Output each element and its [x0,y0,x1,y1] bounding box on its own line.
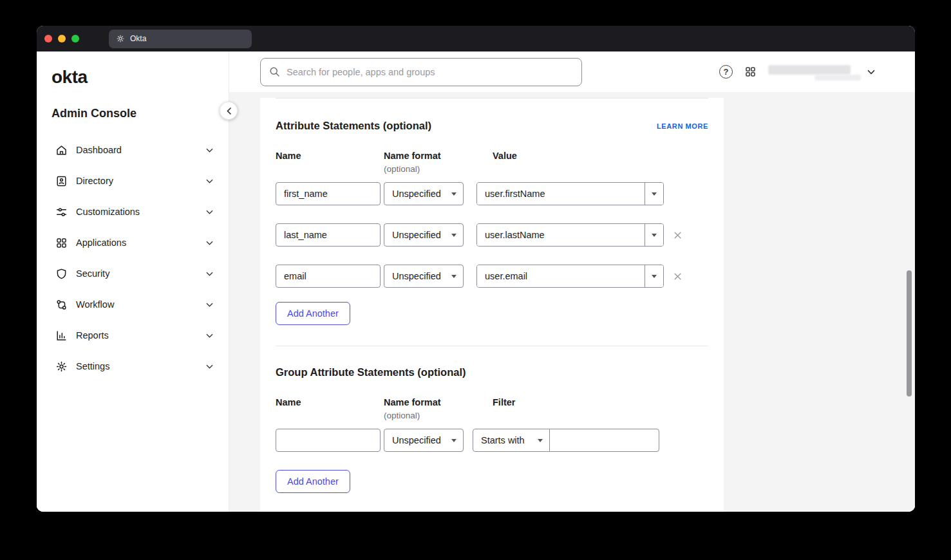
name-format-select[interactable]: Unspecified [384,429,464,452]
chevron-down-icon [206,272,213,276]
group-attribute-row: Unspecified Starts with [276,429,708,452]
sidebar-item-directory[interactable]: Directory [37,165,229,196]
filter-type-value: Starts with [481,435,525,445]
home-icon [55,144,68,156]
sidebar-item-label: Workflow [76,299,114,310]
group-columns-header: Name Name format (optional) Filter [276,397,708,420]
browser-tab-okta[interactable]: Okta [109,30,252,48]
dropdown-arrow-icon [451,439,457,442]
chevron-down-icon [206,241,213,245]
topbar: ? [229,51,915,92]
traffic-lights [37,35,79,42]
sidebar-item-security[interactable]: Security [37,258,229,289]
sidebar-item-label: Directory [76,176,113,186]
chevron-down-icon [206,210,213,214]
section-divider [276,346,708,346]
column-name-format: Name format (optional) [384,151,476,174]
column-name-format-note: (optional) [384,411,476,420]
sidebar-nav: Dashboard Directory [37,135,229,382]
gear-icon [55,360,68,373]
column-filter: Filter [476,397,515,420]
user-account-menu[interactable] [768,64,875,80]
maximize-window-button[interactable] [71,35,79,42]
chevron-down-icon [867,70,875,75]
admin-console-title: Admin Console [37,88,229,120]
browser-window: Okta okta Admin Console Dashboard [37,26,915,512]
remove-row-icon[interactable] [673,231,682,239]
column-name-format-note: (optional) [384,164,476,174]
tab-title: Okta [130,34,146,43]
group-name-input[interactable] [276,429,381,452]
close-window-button[interactable] [44,35,52,42]
minimize-window-button[interactable] [58,35,66,42]
attribute-columns-header: Name Name format (optional) Value [276,151,708,174]
attribute-name-input[interactable] [276,223,381,247]
learn-more-link[interactable]: LEARN MORE [657,122,708,130]
chevron-down-icon [206,333,213,338]
sidebar-item-customizations[interactable]: Customizations [37,196,229,227]
applications-grid-icon [55,237,68,249]
global-search-box[interactable] [260,58,582,86]
attribute-value-input[interactable] [477,183,645,205]
content-area: Attribute Statements (optional) LEARN MO… [229,92,915,512]
attribute-row: Unspecified [276,265,708,288]
app-settings-card: Attribute Statements (optional) LEARN MO… [260,98,724,512]
name-format-value: Unspecified [392,189,441,199]
search-input[interactable] [287,67,573,77]
app-switcher-icon[interactable] [744,66,757,78]
sidebar-item-applications[interactable]: Applications [37,227,229,258]
add-another-group-attribute-button[interactable]: Add Another [276,470,350,493]
attribute-name-input[interactable] [276,265,381,288]
sidebar-item-label: Dashboard [76,145,122,155]
sidebar-item-workflow[interactable]: Workflow [37,289,229,320]
chevron-down-icon [206,364,213,369]
column-name: Name [276,397,384,420]
vertical-scrollbar[interactable] [907,270,912,397]
window-titlebar: Okta [37,26,915,51]
attribute-value-input[interactable] [477,224,645,246]
dropdown-arrow-icon [451,275,457,278]
attribute-statements-title: Attribute Statements (optional) [276,120,431,132]
sidebar-item-settings[interactable]: Settings [37,351,229,382]
chevron-down-icon [206,179,213,183]
attribute-value-combobox [476,223,664,247]
attribute-row: Unspecified [276,182,708,205]
attribute-rows: Unspecified Unspecified [276,182,708,288]
sidebar-item-label: Security [76,268,109,279]
help-icon[interactable]: ? [719,65,733,79]
sidebar-collapse-button[interactable] [220,102,238,120]
chevron-down-icon [206,148,213,153]
sidebar-item-dashboard[interactable]: Dashboard [37,135,229,165]
okta-logo: okta [37,51,229,88]
name-format-value: Unspecified [392,271,441,281]
value-dropdown-button[interactable] [645,224,663,246]
filter-value-input[interactable] [549,429,659,452]
customizations-icon [55,206,68,218]
okta-favicon-icon [116,34,125,43]
filter-type-select[interactable]: Starts with [473,429,550,452]
directory-icon [55,175,68,187]
name-format-select[interactable]: Unspecified [384,182,464,205]
sidebar: okta Admin Console Dashboard Dire [37,51,229,512]
sidebar-item-label: Settings [76,361,109,371]
name-format-value: Unspecified [392,435,441,445]
sidebar-item-reports[interactable]: Reports [37,320,229,351]
name-format-select[interactable]: Unspecified [384,223,464,247]
sidebar-item-label: Reports [76,330,109,341]
section-divider [276,98,708,98]
remove-row-icon[interactable] [673,272,682,281]
value-dropdown-button[interactable] [645,265,663,287]
main-area: ? [229,51,915,512]
group-attribute-statements-title: Group Attribute Statements (optional) [276,366,708,378]
attribute-value-combobox [476,182,664,205]
name-format-select[interactable]: Unspecified [384,265,464,288]
add-another-attribute-button[interactable]: Add Another [276,302,350,325]
value-dropdown-button[interactable] [645,183,663,205]
attribute-row: Unspecified [276,223,708,247]
attribute-name-input[interactable] [276,182,381,205]
topbar-actions: ? [719,64,915,80]
attribute-value-input[interactable] [477,265,645,287]
chevron-down-icon [206,303,213,307]
sidebar-item-label: Applications [76,238,126,248]
app-frame: okta Admin Console Dashboard Dire [37,51,915,512]
